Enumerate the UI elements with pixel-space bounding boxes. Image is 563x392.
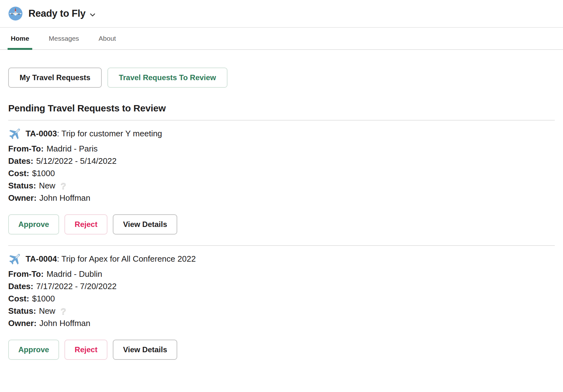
field-from-to: From-To: Madrid - Dublin [8,268,555,280]
airplane-emoji-icon [8,252,23,266]
field-cost-value: $1000 [32,293,55,305]
field-from-to: From-To: Madrid - Paris [8,143,555,155]
my-travel-requests-button[interactable]: My Travel Requests [8,68,102,88]
request-actions: Approve Reject View Details [8,214,555,235]
app-header: Ready to Fly [0,0,563,28]
travel-request-card: TA-0003: Trip for customer Y meeting Fro… [8,121,555,235]
tab-messages[interactable]: Messages [47,28,80,49]
tab-home[interactable]: Home [9,28,30,49]
field-status: Status: New ? [8,305,555,317]
field-from-to-value: Madrid - Paris [46,143,98,155]
approve-button[interactable]: Approve [8,214,59,235]
field-from-to-value: Madrid - Dublin [46,268,102,280]
field-owner: Owner: John Hoffman [8,317,555,330]
field-cost: Cost: $1000 [8,293,555,305]
request-title-line: TA-0004: Trip for Apex for All Conferenc… [8,251,555,267]
app-icon [8,6,23,21]
travel-request-card: TA-0004: Trip for Apex for All Conferenc… [8,246,555,360]
request-title: : Trip for customer Y meeting [57,129,162,139]
airplane-app-icon [8,6,23,21]
request-title-line: TA-0003: Trip for customer Y meeting [8,126,555,141]
field-owner: Owner: John Hoffman [8,192,555,204]
airplane-emoji-icon [8,126,23,141]
app-title[interactable]: Ready to Fly [28,8,86,19]
tab-about[interactable]: About [97,28,117,49]
request-id: TA-0003 [26,129,57,139]
request-actions: Approve Reject View Details [8,340,555,360]
field-cost-value: $1000 [32,167,55,180]
view-details-button[interactable]: View Details [113,214,177,235]
reject-button[interactable]: Reject [64,214,107,235]
travel-requests-to-review-button[interactable]: Travel Requests To Review [107,68,227,88]
field-owner-value: John Hoffman [39,317,90,330]
request-title: : Trip for Apex for All Conference 2022 [57,254,196,264]
field-dates-value: 7/17/2022 - 7/20/2022 [36,280,116,293]
section-title: Pending Travel Requests to Review [8,103,555,114]
chevron-down-icon[interactable] [90,13,95,17]
field-status: Status: New ? [8,180,555,192]
view-details-button[interactable]: View Details [113,340,177,360]
field-dates: Dates: 7/17/2022 - 7/20/2022 [8,280,555,293]
home-content: My Travel Requests Travel Requests To Re… [0,68,563,360]
tab-bar: Home Messages About [0,28,563,50]
field-status-value: New [39,180,55,192]
field-dates-value: 5/12/2022 - 5/14/2022 [36,155,116,167]
field-status-value: New [39,305,55,317]
field-owner-value: John Hoffman [39,192,90,204]
filter-buttons-row: My Travel Requests Travel Requests To Re… [8,68,555,88]
request-id: TA-0004 [26,254,57,264]
approve-button[interactable]: Approve [8,340,59,360]
white-question-mark-icon: ? [60,181,66,191]
field-dates: Dates: 5/12/2022 - 5/14/2022 [8,155,555,167]
reject-button[interactable]: Reject [64,340,107,360]
white-question-mark-icon: ? [60,306,66,316]
field-cost: Cost: $1000 [8,167,555,180]
